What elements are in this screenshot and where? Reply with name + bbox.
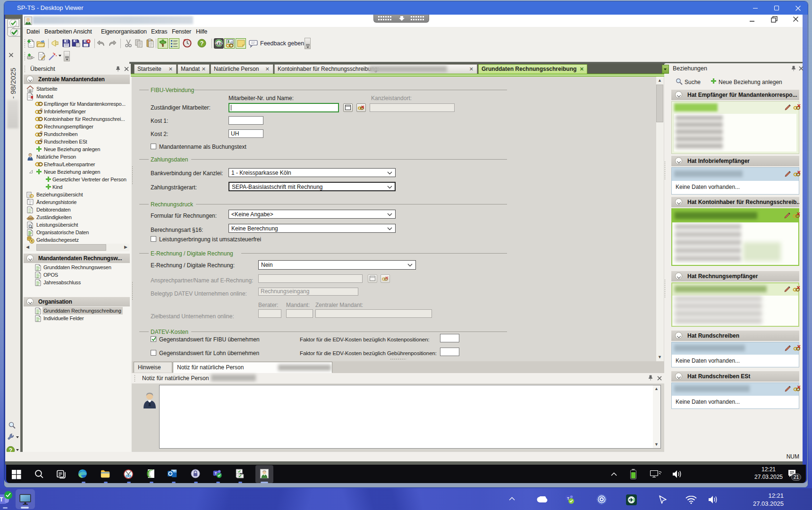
svg-text:T: T [0,496,3,503]
svg-text:?: ? [200,40,204,47]
svg-text:LEX: LEX [216,42,222,45]
